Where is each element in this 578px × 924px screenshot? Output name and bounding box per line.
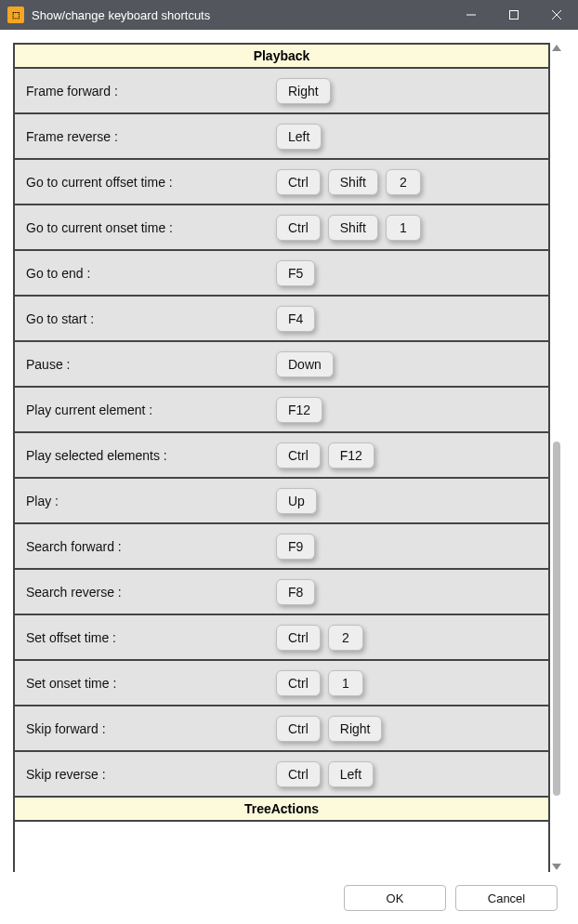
row-skip-forward[interactable]: Skip forward : Ctrl Right [15, 706, 548, 752]
row-label: Frame reverse : [15, 129, 270, 144]
row-label: Go to end : [15, 266, 270, 281]
row-keys: Ctrl F12 [270, 442, 374, 469]
row-label: Frame forward : [15, 84, 270, 99]
row-label: Go to start : [15, 311, 270, 326]
row-keys: F8 [270, 579, 315, 605]
row-label: Skip reverse : [15, 767, 270, 782]
row-set-offset[interactable]: Set offset time : Ctrl 2 [15, 615, 548, 661]
key-chip[interactable]: F12 [276, 397, 322, 423]
row-search-forward[interactable]: Search forward : F9 [15, 524, 548, 570]
row-label: Set offset time : [15, 630, 270, 645]
key-chip[interactable]: 1 [386, 215, 421, 241]
key-chip[interactable]: 1 [328, 670, 363, 696]
row-search-reverse[interactable]: Search reverse : F8 [15, 570, 548, 615]
row-label: Skip forward : [15, 721, 270, 736]
row-keys: Ctrl 1 [270, 670, 363, 696]
titlebar[interactable]: ⬚ Show/change keyboard shortcuts [0, 0, 578, 30]
dialog-footer: OK Cancel [13, 872, 563, 924]
key-chip[interactable]: Down [276, 351, 334, 377]
row-keys: F5 [270, 260, 315, 286]
row-set-onset[interactable]: Set onset time : Ctrl 1 [15, 661, 548, 706]
row-keys: Ctrl 2 [270, 625, 363, 651]
maximize-button[interactable] [493, 0, 535, 30]
minimize-icon [466, 10, 476, 20]
row-keys: Up [270, 488, 317, 514]
close-icon [552, 10, 561, 20]
section-header-treeactions: TreeActions [15, 798, 548, 822]
app-icon: ⬚ [7, 7, 24, 23]
key-chip[interactable]: Left [276, 124, 322, 150]
key-chip[interactable]: Ctrl [276, 442, 321, 469]
row-keys: Ctrl Left [270, 761, 374, 787]
scrollbar[interactable] [550, 43, 563, 872]
minimize-button[interactable] [450, 0, 493, 30]
key-chip[interactable]: F4 [276, 306, 315, 332]
key-chip[interactable]: Up [276, 488, 317, 514]
row-keys: F9 [270, 534, 315, 560]
row-frame-reverse[interactable]: Frame reverse : Left [15, 114, 548, 160]
scroll-thumb[interactable] [553, 442, 560, 796]
window-title: Show/change keyboard shortcuts [32, 8, 450, 22]
row-keys: Ctrl Shift 2 [270, 169, 421, 195]
dialog-body: Playback Frame forward : Right Frame rev… [0, 30, 578, 924]
row-frame-forward[interactable]: Frame forward : Right [15, 69, 548, 114]
key-chip[interactable]: Ctrl [276, 670, 321, 696]
row-label: Play : [15, 494, 270, 508]
key-chip[interactable]: Ctrl [276, 215, 321, 241]
row-play-current[interactable]: Play current element : F12 [15, 388, 548, 433]
row-keys: F4 [270, 306, 315, 332]
row-label: Go to current offset time : [15, 175, 270, 190]
row-pause[interactable]: Pause : Down [15, 342, 548, 388]
ok-button[interactable]: OK [344, 885, 446, 911]
key-chip[interactable]: 2 [386, 169, 421, 195]
key-chip[interactable]: Shift [328, 215, 378, 241]
row-keys: Right [270, 78, 331, 104]
key-chip[interactable]: F5 [276, 260, 315, 286]
key-chip[interactable]: Ctrl [276, 761, 321, 787]
section-header-playback: Playback [15, 45, 548, 69]
row-play-selected[interactable]: Play selected elements : Ctrl F12 [15, 433, 548, 479]
row-keys: Ctrl Right [270, 716, 382, 742]
key-chip[interactable]: Ctrl [276, 169, 321, 195]
key-chip[interactable]: Shift [328, 169, 378, 195]
row-keys: Ctrl Shift 1 [270, 215, 421, 241]
key-chip[interactable]: Right [276, 78, 331, 104]
svg-rect-1 [510, 11, 519, 20]
row-keys: Left [270, 124, 322, 150]
row-label: Play selected elements : [15, 448, 270, 463]
row-label: Search forward : [15, 539, 270, 554]
cancel-button[interactable]: Cancel [455, 885, 558, 911]
scroll-track[interactable] [553, 55, 560, 860]
row-play[interactable]: Play : Up [15, 479, 548, 524]
scroll-up-icon[interactable] [552, 45, 561, 51]
key-chip[interactable]: F9 [276, 534, 315, 560]
shortcuts-list: Playback Frame forward : Right Frame rev… [13, 43, 550, 872]
row-goto-onset[interactable]: Go to current onset time : Ctrl Shift 1 [15, 205, 548, 251]
key-chip[interactable]: F12 [328, 442, 374, 469]
key-chip[interactable]: Ctrl [276, 716, 321, 742]
scroll-down-icon[interactable] [552, 864, 561, 870]
close-button[interactable] [535, 0, 578, 30]
row-label: Go to current onset time : [15, 220, 270, 235]
row-label: Set onset time : [15, 676, 270, 691]
row-skip-reverse[interactable]: Skip reverse : Ctrl Left [15, 752, 548, 798]
key-chip[interactable]: Ctrl [276, 625, 321, 651]
row-label: Play current element : [15, 403, 270, 417]
row-keys: Down [270, 351, 334, 377]
key-chip[interactable]: Left [328, 761, 374, 787]
row-label: Pause : [15, 357, 270, 372]
row-keys: F12 [270, 397, 322, 423]
row-goto-start[interactable]: Go to start : F4 [15, 297, 548, 342]
shortcuts-scroll-area: Playback Frame forward : Right Frame rev… [13, 43, 563, 872]
row-label: Search reverse : [15, 585, 270, 600]
row-goto-offset[interactable]: Go to current offset time : Ctrl Shift 2 [15, 160, 548, 205]
row-goto-end[interactable]: Go to end : F5 [15, 251, 548, 297]
key-chip[interactable]: Right [328, 716, 383, 742]
key-chip[interactable]: F8 [276, 579, 315, 605]
maximize-icon [509, 10, 519, 20]
key-chip[interactable]: 2 [328, 625, 363, 651]
